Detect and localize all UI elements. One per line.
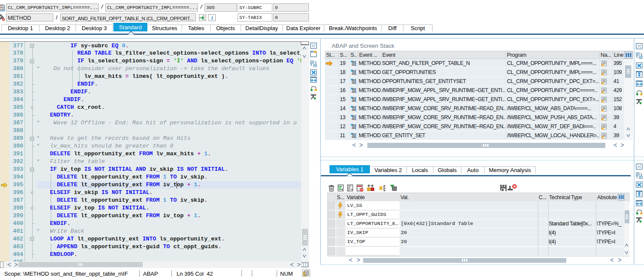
svg-text:i: i — [211, 15, 213, 21]
